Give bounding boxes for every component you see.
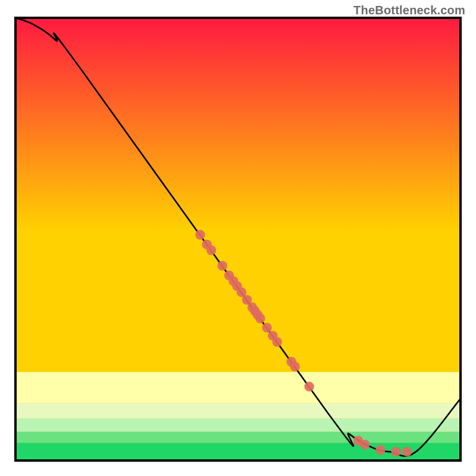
data-point xyxy=(218,261,227,270)
data-point xyxy=(360,440,369,449)
data-point xyxy=(262,323,271,333)
data-point xyxy=(255,314,265,323)
data-point xyxy=(273,337,282,346)
svg-rect-5 xyxy=(15,432,461,443)
data-point xyxy=(195,230,205,239)
svg-rect-3 xyxy=(15,403,461,418)
data-point xyxy=(304,382,314,392)
data-point xyxy=(290,362,300,371)
svg-rect-4 xyxy=(15,418,461,431)
watermark-label: TheBottleneck.com xyxy=(353,4,465,17)
chart-stage: TheBottleneck.com xyxy=(0,0,476,476)
gradient-background xyxy=(15,18,461,461)
data-point xyxy=(375,445,385,455)
data-point xyxy=(206,245,216,255)
bottleneck-chart xyxy=(0,0,476,476)
svg-rect-2 xyxy=(15,372,461,403)
data-point xyxy=(402,447,412,456)
data-point xyxy=(391,447,400,456)
